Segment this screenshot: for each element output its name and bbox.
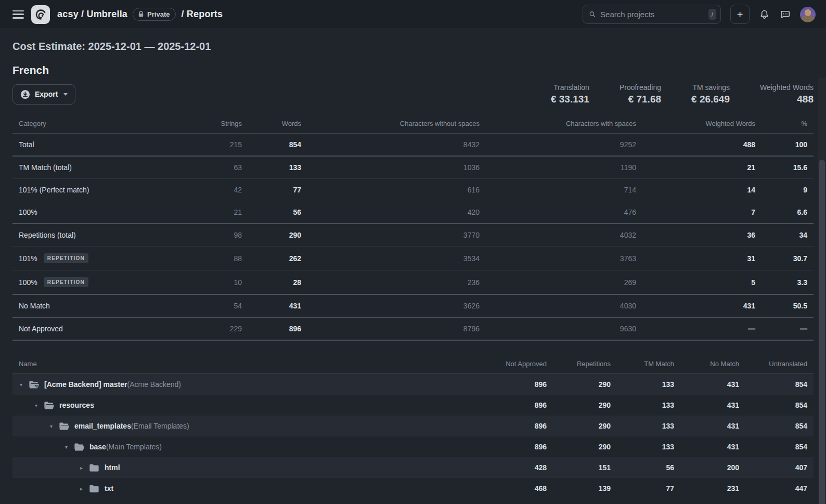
repetitions-cell: 139 (553, 478, 617, 499)
file-tree-row[interactable]: ▾resources896290133431854 (12, 395, 814, 416)
search-input[interactable] (600, 10, 704, 19)
notifications-button[interactable] (759, 9, 770, 20)
strings-cell: 54 (191, 294, 248, 317)
repetitions-cell: 151 (553, 457, 617, 478)
open-folder-icon (44, 401, 54, 410)
breadcrumb-project[interactable]: acsy / Umbrella (57, 9, 127, 20)
repetition-badge: REPETITION (44, 277, 88, 287)
file-tree-row[interactable]: ▸html42815156200407 (12, 457, 814, 478)
tm-match-cell: 77 (617, 478, 680, 499)
messages-button[interactable] (779, 9, 791, 20)
chars-with-spaces-cell: 3763 (486, 247, 642, 270)
collapse-caret-icon[interactable]: ▾ (35, 403, 44, 408)
expand-caret-icon[interactable]: ▸ (80, 486, 89, 492)
weighted-words-cell: 7 (642, 201, 762, 224)
chars-without-spaces-cell: 3626 (307, 294, 486, 317)
stat-value: € 33.131 (551, 94, 589, 105)
cost-table-row: 101% (Perfect match)4277616714149 (12, 179, 814, 201)
no-match-cell: 200 (680, 457, 745, 478)
chevron-down-icon (63, 93, 68, 96)
chars-with-spaces-cell: 4032 (486, 224, 642, 247)
category-cell: Not Approved (12, 317, 191, 340)
cost-table-row: No Match544313626403043150.5 (12, 294, 814, 317)
weighted-words-cell: 5 (642, 270, 762, 295)
app-logo[interactable] (31, 5, 50, 24)
file-name: [Acme Backend] master (44, 380, 127, 389)
search-shortcut-key: / (708, 9, 716, 20)
chars-with-spaces-cell: 476 (486, 201, 642, 224)
category-label: 100% (19, 208, 37, 216)
bell-icon (759, 9, 770, 20)
search-icon (589, 10, 596, 19)
lock-icon (138, 11, 144, 18)
chars-without-spaces-cell: 3534 (307, 247, 486, 270)
branch-folder-icon (29, 380, 39, 389)
weighted-words-cell: 488 (642, 134, 762, 157)
expand-caret-icon[interactable]: ▸ (80, 465, 89, 471)
toolbar-row: Export Translation€ 33.131Proofreading€ … (12, 83, 814, 105)
tm-match-cell: 133 (617, 395, 680, 416)
percent-cell: 15.6 (762, 156, 814, 179)
search-box[interactable]: / (583, 5, 721, 24)
hamburger-menu-icon[interactable] (12, 10, 24, 19)
cost-column-header: Characters without spaces (307, 114, 486, 134)
collapse-caret-icon[interactable]: ▾ (50, 423, 59, 429)
category-label: 101% (19, 254, 37, 263)
weighted-words-cell: 36 (642, 224, 762, 247)
export-button[interactable]: Export (12, 84, 75, 105)
vertical-scrollbar-track[interactable] (818, 78, 826, 504)
stat-label: Weighted Words (760, 83, 814, 92)
chars-without-spaces-cell: 8796 (307, 317, 486, 340)
export-button-label: Export (35, 90, 58, 98)
not-approved-cell: 896 (475, 416, 553, 436)
percent-cell: 3.3 (762, 270, 814, 295)
report-page: Cost Estimate: 2025-12-01 — 2025-12-01 F… (0, 41, 826, 499)
words-cell: 262 (248, 247, 307, 270)
strings-cell: 10 (191, 270, 248, 295)
tm-match-cell: 133 (617, 416, 680, 436)
words-cell: 431 (248, 294, 307, 317)
words-cell: 28 (248, 270, 307, 295)
category-cell: 101%REPETITION (12, 247, 191, 270)
weighted-words-cell: 21 (642, 156, 762, 179)
breadcrumb: acsy / Umbrella Private / Reports (57, 8, 223, 21)
category-cell: Total (12, 134, 191, 157)
repetition-badge: REPETITION (44, 253, 88, 263)
chars-without-spaces-cell: 420 (307, 201, 486, 224)
file-table-header-row: NameNot ApprovedRepetitionsTM MatchNo Ma… (12, 354, 814, 374)
file-column-header: TM Match (617, 354, 680, 374)
create-project-button[interactable]: + (730, 5, 750, 24)
vertical-scrollbar-thumb[interactable] (819, 160, 825, 504)
privacy-badge-label: Private (147, 10, 170, 18)
file-name: base (89, 443, 106, 451)
cost-column-header: Characters with spaces (486, 114, 642, 134)
file-name-suffix: (Acme Backend) (127, 380, 181, 389)
words-cell: 854 (248, 134, 307, 157)
repetitions-cell: 290 (553, 436, 617, 457)
file-tree-row[interactable]: ▾base(Main Templates)896290133431854 (12, 436, 814, 457)
untranslated-cell: 854 (745, 436, 814, 457)
strings-cell: 42 (191, 179, 248, 201)
collapse-caret-icon[interactable]: ▾ (65, 444, 74, 450)
privacy-badge: Private (133, 8, 176, 21)
tm-match-cell: 133 (617, 374, 680, 395)
percent-cell: 50.5 (762, 294, 814, 317)
user-avatar[interactable] (800, 7, 816, 22)
strings-cell: 229 (191, 317, 248, 340)
file-tree-row[interactable]: ▾email_templates(Email Templates)8962901… (12, 416, 814, 436)
file-tree-row[interactable]: ▸txt46813977231447 (12, 478, 814, 499)
chars-with-spaces-cell: 269 (486, 270, 642, 295)
file-tree-row[interactable]: ▾[Acme Backend] master(Acme Backend)8962… (12, 374, 814, 395)
category-label: Total (19, 140, 34, 149)
not-approved-cell: 896 (475, 374, 553, 395)
summary-stat: TM savings€ 26.649 (691, 83, 730, 105)
percent-cell: 34 (762, 224, 814, 247)
weighted-words-cell: 431 (642, 294, 762, 317)
no-match-cell: 431 (680, 436, 745, 457)
breadcrumb-section[interactable]: / Reports (181, 9, 223, 20)
collapse-caret-icon[interactable]: ▾ (20, 382, 29, 387)
not-approved-cell: 468 (475, 478, 553, 499)
chars-without-spaces-cell: 3770 (307, 224, 486, 247)
strings-cell: 215 (191, 134, 248, 157)
open-folder-icon (59, 422, 69, 431)
